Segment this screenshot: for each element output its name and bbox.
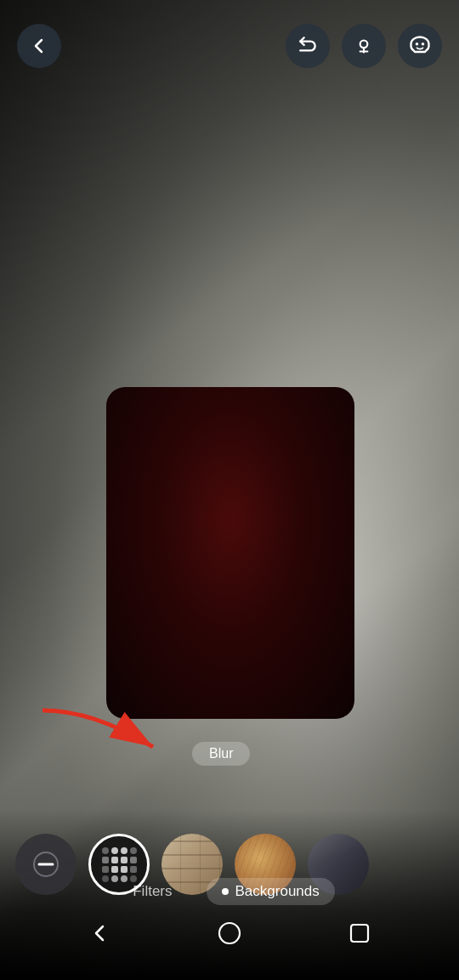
svg-point-1 — [416, 43, 419, 46]
toolbar-left — [17, 24, 61, 68]
back-icon — [29, 36, 49, 56]
minus-icon — [32, 851, 60, 878]
tab-active-dot — [222, 888, 229, 895]
svg-point-0 — [360, 41, 368, 48]
back-button[interactable] — [17, 24, 61, 68]
nav-back-icon — [88, 921, 111, 945]
tab-filters-label: Filters — [133, 883, 172, 899]
bottom-navigation — [0, 912, 459, 954]
tab-backgrounds-label: Backgrounds — [235, 883, 320, 900]
undo-button[interactable] — [286, 24, 330, 68]
blur-tooltip: Blur — [192, 742, 250, 766]
light-icon — [353, 35, 375, 57]
light-button[interactable] — [342, 24, 386, 68]
tab-bar: Filters Backgrounds — [0, 878, 459, 905]
mask-icon — [408, 34, 432, 58]
blur-person-icon — [102, 847, 137, 882]
mask-button[interactable] — [398, 24, 442, 68]
nav-home-button[interactable] — [208, 912, 251, 954]
svg-point-2 — [422, 43, 425, 46]
red-arrow-indicator — [26, 698, 196, 766]
nav-apps-icon — [348, 921, 371, 945]
svg-point-6 — [219, 923, 240, 943]
nav-back-button[interactable] — [78, 912, 121, 954]
tab-backgrounds[interactable]: Backgrounds — [207, 878, 335, 905]
top-toolbar — [0, 24, 459, 68]
toolbar-right — [286, 24, 442, 68]
tab-filters[interactable]: Filters — [124, 880, 180, 903]
video-preview-card — [106, 387, 354, 719]
blur-tooltip-text: Blur — [209, 746, 233, 761]
undo-icon — [297, 35, 319, 57]
nav-home-icon — [218, 921, 241, 945]
nav-apps-button[interactable] — [338, 912, 381, 954]
svg-rect-7 — [351, 925, 368, 942]
